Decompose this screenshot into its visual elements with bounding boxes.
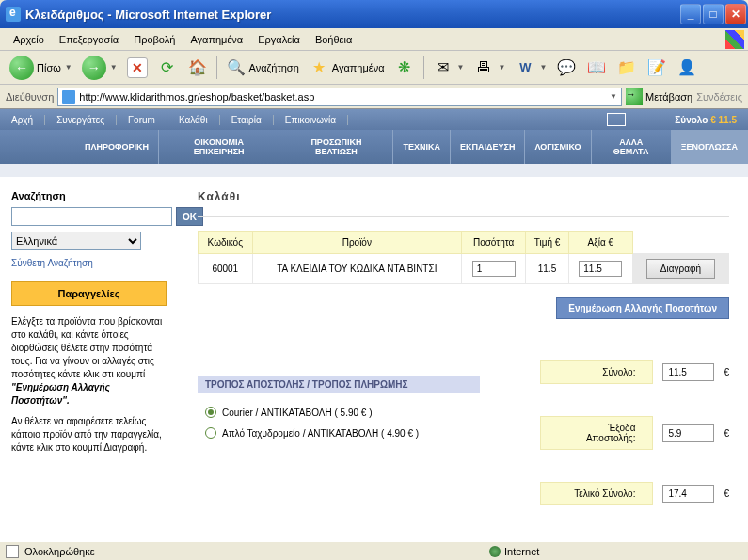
nav-home[interactable]: Αρχή xyxy=(0,115,45,125)
nav-company[interactable]: Εταιρία xyxy=(220,115,274,125)
sidebar-help-2: Αν θέλετε να αφαιρέσετε τελείως κάποιο π… xyxy=(11,415,167,455)
category-nav: ΠΛΗΡΟΦΟΡΙΚΗ ΟΙΚΟΝΟΜΙΑ ΕΠΙΧΕΙΡΗΣΗ ΠΡΟΣΩΠΙ… xyxy=(0,130,748,164)
cell-price: 11.5 xyxy=(526,254,568,284)
cat-software[interactable]: ΛΟΓΙΣΜΙΚΟ xyxy=(525,130,591,164)
cat-selfhelp[interactable]: ΠΡΟΣΩΠΙΚΗ ΒΕΛΤΙΩΣΗ xyxy=(279,130,393,164)
toolbar: ←Πίσω▼ →▼ ✕ ⟳ 🏠 🔍Αναζήτηση ★Αγαπημένα ❋ … xyxy=(0,51,748,85)
page-icon xyxy=(62,90,75,104)
shipcost-value xyxy=(662,424,714,442)
address-input[interactable]: http://www.klidarithmos.gr/eshop/basket/… xyxy=(57,88,622,106)
stop-button[interactable]: ✕ xyxy=(123,56,151,80)
cart-total: Σύνολο € 11.5 xyxy=(675,115,737,125)
orders-button[interactable]: Παραγγελίες xyxy=(11,281,167,306)
search-title: Αναζήτηση xyxy=(11,190,167,201)
radio-off-icon xyxy=(205,427,216,439)
value-box xyxy=(579,261,622,277)
discuss-button[interactable]: 💬 xyxy=(552,56,581,80)
cat-other[interactable]: ΑΛΛΑ ΘΕΜΑΤΑ xyxy=(592,130,672,164)
messenger-button[interactable]: 👤 xyxy=(673,56,701,80)
update-qty-button[interactable]: Ενημέρωση Αλλαγής Ποσοτήτων xyxy=(556,297,729,319)
forward-button[interactable]: →▼ xyxy=(78,54,121,82)
radio-on-icon xyxy=(205,407,216,418)
security-zone: Internet xyxy=(489,546,539,557)
address-dropdown-icon[interactable]: ▼ xyxy=(610,92,617,101)
qty-input[interactable] xyxy=(472,261,516,277)
address-bar: Διεύθυνση http://www.klidarithmos.gr/esh… xyxy=(0,85,748,109)
minimize-button[interactable]: _ xyxy=(680,4,701,24)
nav-partners[interactable]: Συνεργάτες xyxy=(45,115,117,125)
cart-icon[interactable] xyxy=(607,113,626,126)
subtotal-label: Σύνολο: xyxy=(540,360,653,384)
nav-contact[interactable]: Επικοινωνία xyxy=(274,115,348,125)
cat-it[interactable]: ΠΛΗΡΟΦΟΡΙΚΗ xyxy=(75,130,159,164)
nav-forum[interactable]: Forum xyxy=(117,115,167,125)
menu-favorites[interactable]: Αγαπημένα xyxy=(183,31,250,48)
menu-tools[interactable]: Εργαλεία xyxy=(250,31,308,48)
research-button[interactable]: 📖 xyxy=(582,56,611,80)
edit-button[interactable]: 📝 xyxy=(643,56,671,80)
status-bar: Ολοκληρώθηκε Internet xyxy=(0,541,748,560)
address-url: http://www.klidarithmos.gr/eshop/basket/… xyxy=(79,91,314,103)
cat-foreign[interactable]: ΞΕΝΟΓΛΩΣΣΑ xyxy=(672,130,748,164)
advanced-search-link[interactable]: Σύνθετη Αναζήτηση xyxy=(11,258,93,268)
totals-block: Σύνολο: € Έξοδα Αποστολής: € Τελικό Σύνο… xyxy=(540,360,729,515)
page-title: Καλάθι xyxy=(198,190,729,203)
shipcost-label: Έξοδα Αποστολής: xyxy=(540,416,653,450)
menu-help[interactable]: Βοήθεια xyxy=(308,31,359,48)
mail-button[interactable]: ✉▼ xyxy=(429,56,469,80)
favorites-button[interactable]: ★Αγαπημένα xyxy=(305,56,389,80)
menubar: Αρχείο Επεξεργασία Προβολή Αγαπημένα Εργ… xyxy=(0,28,748,51)
sub-nav-bar xyxy=(0,164,748,177)
nav-basket[interactable]: Καλάθι xyxy=(167,115,220,125)
col-code: Κωδικός xyxy=(199,232,253,254)
cat-technical[interactable]: ΤΕΧΝΙΚΑ xyxy=(393,130,451,164)
maximize-button[interactable]: □ xyxy=(703,4,724,24)
address-label: Διεύθυνση xyxy=(6,91,54,103)
window-title: Κλειδάριθμος - Microsoft Internet Explor… xyxy=(25,8,680,22)
links-label[interactable]: Συνδέσεις xyxy=(696,91,742,103)
sidebar-help-1: Ελέγξτε τα προϊόντα που βρίσκονται στο κ… xyxy=(11,315,167,408)
history-button[interactable]: ❋ xyxy=(390,56,419,80)
ship-option-post[interactable]: Απλό Ταχυδρομείο / ΑΝΤΙΚΑΤΑΒΟΛΗ ( 4.90 €… xyxy=(198,424,521,444)
ship-option-courier[interactable]: Courier / ΑΝΤΙΚΑΤΑΒΟΛΗ ( 5.90 € ) xyxy=(198,403,521,424)
zone-text: Internet xyxy=(504,546,539,557)
table-row: 60001 ΤΑ ΚΛΕΙΔΙΑ ΤΟΥ ΚΩΔΙΚΑ ΝΤΑ ΒΙΝΤΣΙ 1… xyxy=(199,254,729,284)
search-input[interactable] xyxy=(11,207,172,226)
refresh-button[interactable]: ⟳ xyxy=(153,56,182,80)
menu-view[interactable]: Προβολή xyxy=(126,31,183,48)
main-column: Καλάθι Κωδικός Προϊόν Ποσότητα Τιμή € Αξ… xyxy=(179,177,748,528)
page-content: Αρχή Συνεργάτες Forum Καλάθι Εταιρία Επι… xyxy=(0,109,748,541)
windows-logo-icon xyxy=(725,30,744,49)
shipping-header: ΤΡΟΠΟΣ ΑΠΟΣΤΟΛΗΣ / ΤΡΟΠΟΣ ΠΛΗΡΩΜΗΣ xyxy=(198,376,480,393)
col-value: Αξία € xyxy=(568,232,632,254)
ie-icon xyxy=(6,7,21,22)
cat-business[interactable]: ΟΙΚΟΝΟΜΙΑ ΕΠΙΧΕΙΡΗΣΗ xyxy=(159,130,279,164)
finaltotal-value xyxy=(662,485,714,503)
globe-icon xyxy=(489,546,501,557)
back-button[interactable]: ←Πίσω▼ xyxy=(6,54,76,82)
sidebar: Αναζήτηση OK Ελληνικά Σύνθετη Αναζήτηση … xyxy=(0,177,179,528)
subtotal-value xyxy=(662,363,714,381)
print-button[interactable]: 🖶▼ xyxy=(469,56,509,80)
word-button[interactable]: W▼ xyxy=(511,56,550,80)
cat-education[interactable]: ΕΚΠΑΙΔΕΥΣΗ xyxy=(451,130,525,164)
site-top-nav: Αρχή Συνεργάτες Forum Καλάθι Εταιρία Επι… xyxy=(0,109,748,130)
basket-table: Κωδικός Προϊόν Ποσότητα Τιμή € Αξία € 60… xyxy=(198,231,729,284)
cell-code: 60001 xyxy=(199,254,253,284)
language-select[interactable]: Ελληνικά xyxy=(11,232,141,250)
menu-file[interactable]: Αρχείο xyxy=(6,31,52,48)
finaltotal-label: Τελικό Σύνολο: xyxy=(540,482,653,505)
delete-button[interactable]: Διαγραφή xyxy=(646,259,715,279)
col-qty: Ποσότητα xyxy=(462,232,526,254)
search-button[interactable]: 🔍Αναζήτηση xyxy=(222,56,303,80)
window-titlebar: Κλειδάριθμος - Microsoft Internet Explor… xyxy=(0,0,748,28)
col-price: Τιμή € xyxy=(526,232,568,254)
folder-button[interactable]: 📁 xyxy=(613,56,641,80)
cell-product: ΤΑ ΚΛΕΙΔΙΑ ΤΟΥ ΚΩΔΙΚΑ ΝΤΑ ΒΙΝΤΣΙ xyxy=(252,254,461,284)
status-text: Ολοκληρώθηκε xyxy=(24,546,95,557)
close-button[interactable]: ✕ xyxy=(725,4,746,24)
menu-edit[interactable]: Επεξεργασία xyxy=(52,31,126,48)
go-button[interactable]: →Μετάβαση xyxy=(626,88,692,105)
home-button[interactable]: 🏠 xyxy=(183,56,212,80)
document-icon xyxy=(6,545,19,558)
